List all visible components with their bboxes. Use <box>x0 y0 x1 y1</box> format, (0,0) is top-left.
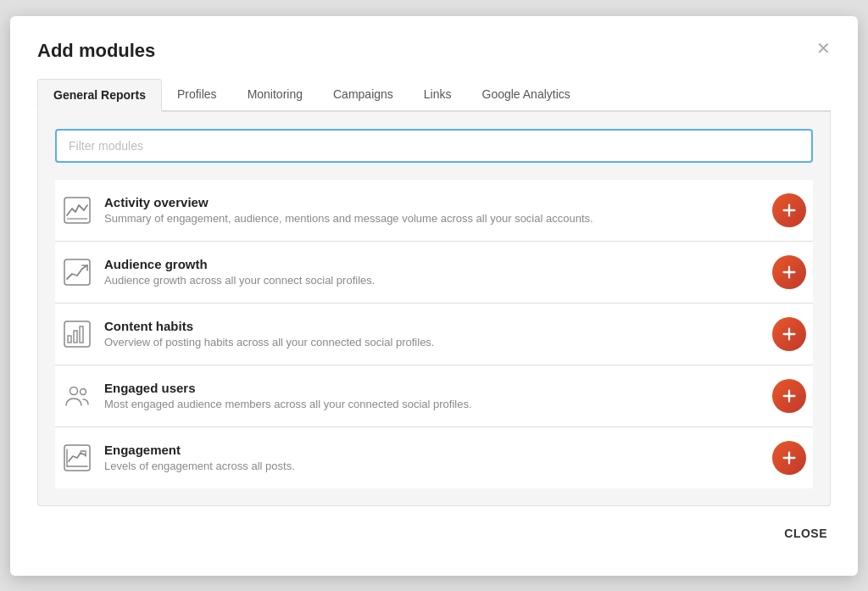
module-item-engaged-users: Engaged users Most engaged audience memb… <box>55 365 813 427</box>
chart-activity-icon <box>62 195 92 226</box>
module-desc-activity-overview: Summary of engagement, audience, mention… <box>104 212 759 225</box>
module-name-engagement: Engagement <box>104 443 759 457</box>
content-area: Activity overview Summary of engagement,… <box>37 112 831 506</box>
module-text-engagement: Engagement Levels of engagement across a… <box>104 443 759 472</box>
module-name-engaged-users: Engaged users <box>104 381 759 395</box>
modal-title: Add modules <box>37 40 155 62</box>
add-button-engaged-users[interactable] <box>772 379 806 413</box>
add-button-engagement[interactable] <box>772 441 806 475</box>
module-text-engaged-users: Engaged users Most engaged audience memb… <box>104 381 759 410</box>
module-desc-engaged-users: Most engaged audience members across all… <box>104 398 759 410</box>
module-desc-content-habits: Overview of posting habits across all yo… <box>104 336 759 348</box>
add-button-audience-growth[interactable] <box>772 255 806 289</box>
add-button-content-habits[interactable] <box>772 317 806 351</box>
module-item-activity-overview: Activity overview Summary of engagement,… <box>55 180 813 242</box>
chart-habits-icon <box>62 319 92 349</box>
svg-point-7 <box>70 387 78 394</box>
users-icon <box>62 381 92 411</box>
module-name-audience-growth: Audience growth <box>104 257 759 271</box>
module-text-activity-overview: Activity overview Summary of engagement,… <box>104 195 759 225</box>
tab-google-analytics[interactable]: Google Analytics <box>467 79 586 112</box>
module-text-content-habits: Content habits Overview of posting habit… <box>104 319 759 348</box>
chart-growth-icon <box>62 257 92 287</box>
tab-profiles[interactable]: Profiles <box>162 79 232 112</box>
module-desc-engagement: Levels of engagement across all posts. <box>104 460 759 472</box>
chart-engagement-icon <box>62 443 92 473</box>
svg-point-8 <box>81 388 86 394</box>
tab-monitoring[interactable]: Monitoring <box>232 79 318 112</box>
tabs-bar: General Reports Profiles Monitoring Camp… <box>37 79 831 112</box>
module-item-audience-growth: Audience growth Audience growth across a… <box>55 242 813 304</box>
svg-rect-6 <box>80 326 83 343</box>
add-button-activity-overview[interactable] <box>772 193 806 227</box>
module-desc-audience-growth: Audience growth across all your connect … <box>104 274 759 287</box>
module-name-activity-overview: Activity overview <box>104 195 759 209</box>
tab-campaigns[interactable]: Campaigns <box>318 79 409 112</box>
module-name-content-habits: Content habits <box>104 319 759 333</box>
svg-rect-4 <box>68 336 71 343</box>
filter-modules-input[interactable] <box>55 129 813 163</box>
module-list: Activity overview Summary of engagement,… <box>55 180 813 488</box>
svg-rect-2 <box>64 259 90 285</box>
svg-rect-5 <box>74 331 77 343</box>
close-button[interactable]: CLOSE <box>781 520 831 547</box>
add-modules-modal: Add modules ✕ General Reports Profiles M… <box>10 16 858 576</box>
close-x-button[interactable]: ✕ <box>816 40 831 57</box>
tab-general-reports[interactable]: General Reports <box>37 79 162 112</box>
tab-links[interactable]: Links <box>409 79 467 112</box>
module-item-content-habits: Content habits Overview of posting habit… <box>55 304 813 365</box>
module-text-audience-growth: Audience growth Audience growth across a… <box>104 257 759 287</box>
module-item-engagement: Engagement Levels of engagement across a… <box>55 427 813 488</box>
modal-header: Add modules ✕ <box>37 40 831 62</box>
modal-footer: CLOSE <box>37 506 831 547</box>
